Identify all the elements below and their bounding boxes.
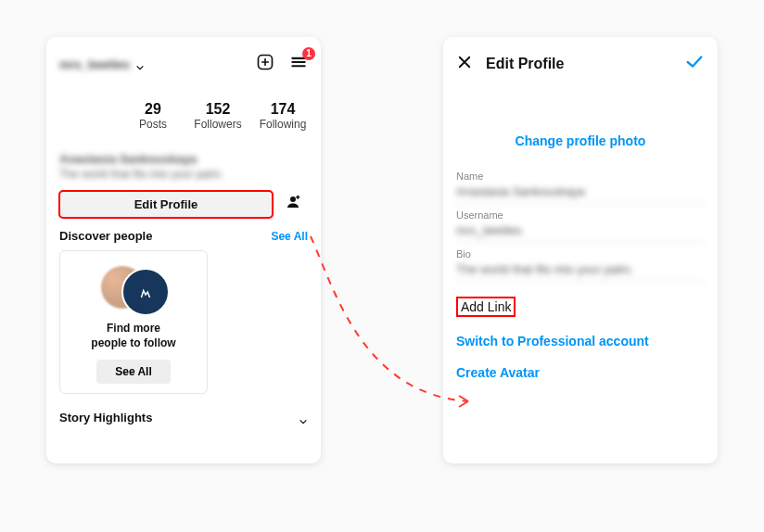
edit-profile-body: Change profile photo Name Anastasia Sank… (456, 133, 705, 380)
discover-see-all-link[interactable]: See All (271, 230, 308, 243)
username-dropdown[interactable]: mrs_beetles (59, 57, 145, 71)
header-actions: 1 (256, 53, 308, 75)
edit-profile-fields: Name Anastasia Sankouskaya Username mrs_… (456, 165, 705, 282)
add-person-icon (285, 194, 301, 214)
stat-following[interactable]: 174 Following (258, 101, 308, 131)
discover-card-see-all-button[interactable]: See All (96, 360, 171, 384)
edit-profile-screen: Edit Profile Change profile photo Name A… (443, 37, 718, 463)
discover-card: Find more people to follow See All (59, 250, 208, 394)
username-field[interactable]: Username mrs_beetles (456, 209, 705, 243)
story-highlights-label: Story Highlights (59, 411, 152, 424)
discover-card-avatars (101, 264, 166, 312)
svg-point-1 (290, 196, 296, 202)
discover-card-text: Find more people to follow (91, 322, 175, 350)
name-field[interactable]: Name Anastasia Sankouskaya (456, 171, 705, 204)
edit-profile-button[interactable]: Edit Profile (59, 191, 273, 218)
profile-screen: mrs_beetles 1 (46, 37, 321, 463)
bio-field[interactable]: Bio The world that fits into your palm. (456, 248, 705, 282)
chevron-down-icon (299, 413, 308, 423)
discover-header: Discover people See All (59, 229, 308, 243)
menu-button[interactable]: 1 (289, 53, 308, 75)
profile-header: mrs_beetles 1 (59, 50, 308, 78)
profile-bio-text: The world that fits into your palm. (59, 168, 308, 181)
profile-display-name: Anastasia Sankouskaya (59, 152, 308, 166)
discover-people-button[interactable] (278, 190, 308, 218)
stat-value: 174 (258, 101, 308, 118)
field-value: The world that fits into your palm. (456, 260, 705, 282)
stat-value: 152 (193, 101, 243, 118)
stat-value: 29 (128, 101, 178, 118)
stat-label: Posts (128, 118, 178, 131)
add-link-option[interactable]: Add Link (456, 297, 516, 317)
chevron-down-icon (135, 59, 145, 69)
stats-group: 29 Posts 152 Followers 174 Following (119, 101, 308, 131)
stat-posts[interactable]: 29 Posts (128, 101, 178, 131)
stat-followers[interactable]: 152 Followers (193, 101, 243, 131)
field-value: Anastasia Sankouskaya (456, 182, 705, 204)
edit-profile-title: Edit Profile (486, 56, 684, 72)
stat-label: Following (258, 118, 308, 131)
avatar-image (121, 268, 170, 316)
notification-badge: 1 (302, 47, 315, 60)
change-profile-photo-link[interactable]: Change profile photo (456, 133, 705, 148)
field-label: Bio (456, 248, 705, 260)
field-value: mrs_beetles (456, 221, 705, 243)
create-avatar-link[interactable]: Create Avatar (456, 365, 705, 380)
switch-professional-link[interactable]: Switch to Professional account (456, 334, 705, 348)
username-dropdown-value: mrs_beetles (59, 57, 130, 71)
edit-profile-header: Edit Profile (456, 50, 705, 78)
create-post-icon[interactable] (256, 53, 274, 75)
hamburger-icon (289, 58, 308, 74)
field-label: Username (456, 209, 705, 221)
profile-bio: Anastasia Sankouskaya The world that fit… (59, 152, 308, 181)
field-label: Name (456, 171, 705, 182)
profile-stats-row: 29 Posts 152 Followers 174 Following (59, 89, 308, 143)
story-highlights-row[interactable]: Story Highlights (59, 411, 308, 424)
stat-label: Followers (193, 118, 243, 131)
edit-profile-row: Edit Profile (59, 190, 308, 218)
close-icon[interactable] (456, 54, 473, 74)
confirm-check-icon[interactable] (684, 52, 705, 76)
discover-title: Discover people (59, 229, 152, 243)
